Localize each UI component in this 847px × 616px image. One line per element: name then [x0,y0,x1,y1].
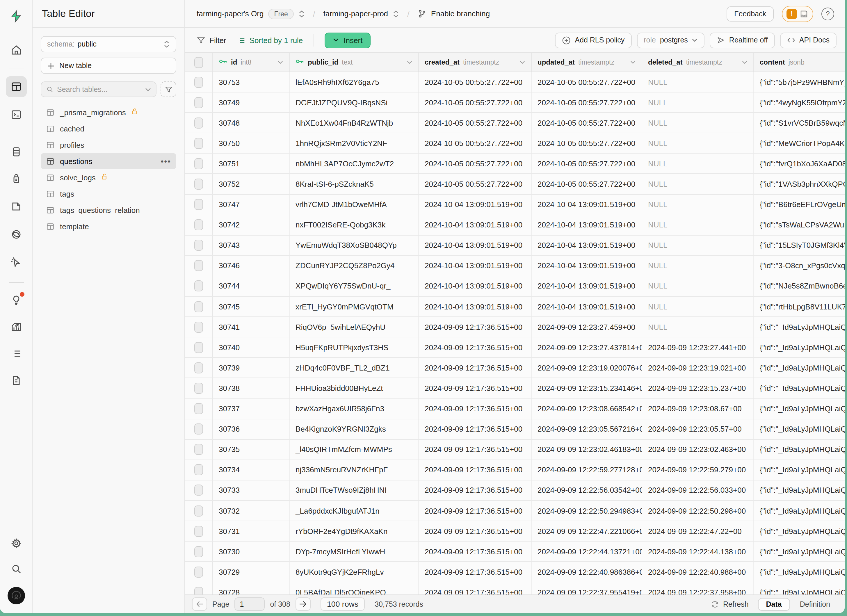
row-checkbox[interactable] [194,464,203,476]
cell-created_at[interactable]: 2024-09-09 12:17:36.515+00 [419,379,532,398]
cell-content[interactable]: {"id":"_Id9aLyJpMHQLaiQC [754,419,845,439]
cell-public_id[interactable]: ZDCunRYJP2CQ5Z8Po2Gy4 [290,256,419,276]
sidebar-table-item[interactable]: _prisma_migrations [41,104,176,121]
cell-id[interactable]: 30747 [213,195,290,214]
search-icon[interactable] [6,559,27,579]
row-checkbox[interactable] [194,485,203,496]
sidebar-table-item[interactable]: tags [41,186,176,202]
reports-icon[interactable] [6,317,27,337]
row-checkbox[interactable] [194,178,203,190]
cell-created_at[interactable]: 2024-09-09 12:17:36.515+00 [419,399,532,419]
chevron-down-icon[interactable] [277,60,283,64]
column-header[interactable]: id int8 [213,53,290,72]
advisors-icon[interactable] [6,290,27,311]
cell-deleted_at[interactable]: 2024-09-09 12:22:40.988+00 [642,562,754,582]
cell-created_at[interactable]: 2024-09-09 12:17:36.515+00 [419,358,532,378]
row-checkbox[interactable] [194,301,203,312]
cell-content[interactable]: {"id":"rtHbLpgB8V11LUK7152 [754,297,845,317]
cell-public_id[interactable]: 0L5BAfDaLDl5rQOiqeKPO [290,582,419,594]
cell-content[interactable]: {"id":"_Id9aLyJpMHQLaiQC [754,337,845,357]
cell-created_at[interactable]: 2024-09-09 12:17:36.515+00 [419,439,532,459]
org-name[interactable]: farming-paper's Org [196,9,264,18]
supabase-logo-icon[interactable] [6,6,27,27]
sidebar-table-item[interactable]: tags_questions_relation [41,202,176,218]
cell-updated_at[interactable]: 2024-10-04 13:09:01.519+00 [532,256,642,276]
cell-content[interactable]: {"id":"NJe5s8ZmBwnoB6e3s [754,276,845,296]
auth-icon[interactable] [6,168,27,189]
chevron-down-icon[interactable] [630,60,636,64]
edge-functions-icon[interactable] [6,224,27,245]
cell-content[interactable]: {"id":"_Id9aLyJpMHQLaiQC [754,358,845,378]
sidebar-table-item[interactable]: questions ••• [41,153,176,169]
cell-created_at[interactable]: 2024-10-04 13:09:01.519+00 [419,215,532,235]
sidebar-table-item[interactable]: profiles [41,137,176,153]
chevrons-up-down-icon[interactable] [298,10,305,18]
cell-content[interactable]: {"id":"3-O8cn_xPgs0cVxqKB [754,256,845,276]
column-header[interactable]: updated_at timestamptz [532,53,642,72]
cell-content[interactable]: {"id":"5b7j5Pz9WHBNmY_A [754,72,845,92]
cell-deleted_at[interactable]: 2024-09-09 12:22:56.033+00 [642,480,754,500]
insert-button[interactable]: Insert [324,32,370,48]
cell-created_at[interactable]: 2024-10-05 00:55:27.722+00 [419,174,532,194]
rows-per-page-button[interactable]: 100 rows [320,597,365,611]
help-icon[interactable]: ? [821,7,834,20]
select-all-checkbox[interactable] [194,57,203,68]
cell-public_id[interactable]: vrlh7CMD-JtM1bOweMHfA [290,195,419,214]
cell-deleted_at[interactable]: NULL [642,93,754,112]
cell-updated_at[interactable]: 2024-10-05 00:55:27.722+00 [532,174,642,194]
realtime-icon[interactable] [6,252,27,273]
cell-public_id[interactable]: 8yUKotr9qGYjK2eFRhgLv [290,562,419,582]
cell-content[interactable]: {"id":"_Id9aLyJpMHQLaiQC [754,521,845,541]
cell-updated_at[interactable]: 2024-10-05 00:55:27.722+00 [532,154,642,174]
cell-created_at[interactable]: 2024-10-04 13:09:01.519+00 [419,195,532,214]
cell-deleted_at[interactable]: NULL [642,276,754,296]
cell-id[interactable]: 30738 [213,379,290,398]
row-checkbox[interactable] [194,138,203,149]
cell-updated_at[interactable]: 2024-10-04 13:09:01.519+00 [532,236,642,255]
cell-content[interactable]: {"id":"_Id9aLyJpMHQLaiQC [754,317,845,337]
api-docs-button[interactable]: API Docs [780,32,837,48]
table-filter-button[interactable] [161,81,176,97]
cell-created_at[interactable]: 2024-09-09 12:17:36.515+00 [419,460,532,480]
database-icon[interactable] [6,141,27,162]
cell-content[interactable]: {"id":"15LSIyT0JGMf3Kl4Vn [754,236,845,255]
cell-id[interactable]: 30745 [213,297,290,317]
cell-created_at[interactable]: 2024-10-04 13:09:01.519+00 [419,297,532,317]
cell-id[interactable]: 30740 [213,337,290,357]
row-checkbox[interactable] [194,321,203,332]
cell-deleted_at[interactable]: NULL [642,317,754,337]
cell-deleted_at[interactable]: 2024-09-09 12:22:47.22+00 [642,521,754,541]
cell-created_at[interactable]: 2024-10-04 13:09:01.519+00 [419,256,532,276]
cell-public_id[interactable]: nj336mN5reuRVNZrKHFpF [290,460,419,480]
table-editor-icon[interactable] [6,76,27,97]
schema-selector[interactable]: schema: public [41,36,176,52]
cell-public_id[interactable]: rYbORF2e4YgDt9fKAXaKn [290,521,419,541]
cell-updated_at[interactable]: 2024-10-05 00:55:27.722+00 [532,134,642,153]
cell-updated_at[interactable]: 2024-10-05 00:55:27.722+00 [532,93,642,112]
cell-content[interactable]: {"id":"1VASb3phnXXkQPCpv [754,174,845,194]
project-name[interactable]: farming-paper-prod [323,9,388,18]
api-docs-rail-icon[interactable] [6,370,27,391]
add-rls-policy-button[interactable]: Add RLS policy [555,32,632,48]
cell-updated_at[interactable]: 2024-09-09 12:22:44.13721+00 [532,542,642,561]
cell-updated_at[interactable]: 2024-09-09 12:22:50.294983+00 [532,501,642,520]
cell-content[interactable]: {"id":"MeWCriorTPopA4Kc9 [754,134,845,153]
cell-id[interactable]: 30744 [213,276,290,296]
cell-created_at[interactable]: 2024-10-04 13:09:01.519+00 [419,276,532,296]
row-checkbox[interactable] [194,281,203,292]
cell-public_id[interactable]: _La6pddxcKJIbgufATJ1n [290,501,419,520]
cell-updated_at[interactable]: 2024-10-04 13:09:01.519+00 [532,195,642,214]
cell-public_id[interactable]: 1hnRQjxSRm2V0VticY2NF [290,134,419,153]
cell-created_at[interactable]: 2024-09-09 12:17:36.515+00 [419,582,532,594]
cell-public_id[interactable]: RiqOV6p_5wihLelAEQyhU [290,317,419,337]
notifications-warning-pill[interactable]: ! [782,6,813,22]
row-checkbox[interactable] [194,199,203,210]
sort-button[interactable]: Sorted by 1 rule [237,36,303,44]
cell-content[interactable]: {"id":"4wyNgK55lOfrpmYZc [754,93,845,112]
role-selector[interactable]: role postgres [637,32,705,48]
column-header[interactable]: public_id text [290,53,419,72]
cell-public_id[interactable]: _l40sQIRTmMZfcm-MWMPs [290,439,419,459]
row-checkbox[interactable] [194,587,203,594]
cell-public_id[interactable]: 8KraI-tSI-6-pSZcknaK5 [290,174,419,194]
tab-data[interactable]: Data [758,598,790,610]
